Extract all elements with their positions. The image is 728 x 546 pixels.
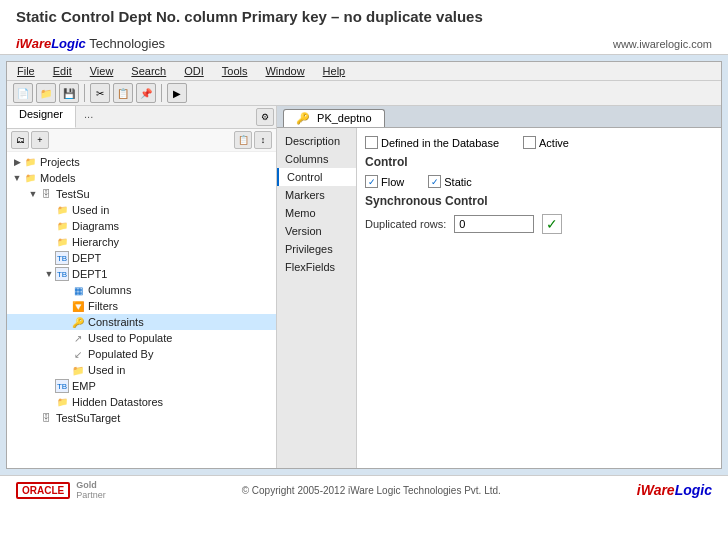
hidden-label: Hidden Datastores — [72, 396, 163, 408]
footer-right: iWareLogic — [637, 482, 712, 498]
flow-check[interactable]: Flow — [365, 175, 404, 188]
tree-arrow-testsu: ▼ — [27, 189, 39, 199]
nav-markers[interactable]: Markers — [277, 186, 356, 204]
active-checkbox[interactable] — [523, 136, 536, 149]
toolbar: 📄 📁 💾 ✂ 📋 📌 ▶ — [7, 81, 721, 106]
menu-edit[interactable]: Edit — [51, 64, 74, 78]
toolbar-btn-save[interactable]: 💾 — [59, 83, 79, 103]
tree-testsu[interactable]: ▼ 🗄 TestSu — [7, 186, 276, 202]
usedin3-icon: 📁 — [71, 363, 85, 377]
flow-label: Flow — [381, 176, 404, 188]
tab-designer[interactable]: Designer — [7, 106, 76, 128]
defined-in-db-checkbox[interactable] — [365, 136, 378, 149]
panel-toolbar-btn-1[interactable]: 🗂 — [11, 131, 29, 149]
props-nav: Description Columns Control Markers Memo… — [277, 128, 357, 468]
toolbar-btn-cut[interactable]: ✂ — [90, 83, 110, 103]
menu-view[interactable]: View — [88, 64, 116, 78]
panel-toolbar-btn-3[interactable]: 📋 — [234, 131, 252, 149]
tree-testsu-target[interactable]: 🗄 TestSuTarget — [7, 410, 276, 426]
panel-toolbar-btn-4[interactable]: ↕ — [254, 131, 272, 149]
tree-dept1[interactable]: ▼ TB DEPT1 — [7, 266, 276, 282]
tree-diagrams[interactable]: 📁 Diagrams — [7, 218, 276, 234]
usedin1-icon: 📁 — [55, 203, 69, 217]
tree-used-to-populate[interactable]: ↗ Used to Populate — [7, 330, 276, 346]
models-label: Models — [40, 172, 75, 184]
defined-in-db-label: Defined in the Database — [381, 137, 499, 149]
tree-projects[interactable]: ▶ 📁 Projects — [7, 154, 276, 170]
right-panel: 🔑 PK_deptno Description Columns Control … — [277, 106, 721, 468]
window-inner: File Edit View Search ODI Tools Window H… — [6, 61, 722, 469]
brand-logic: Logic — [51, 36, 86, 51]
menu-help[interactable]: Help — [321, 64, 348, 78]
nav-version[interactable]: Version — [277, 222, 356, 240]
dept-label: DEPT — [72, 252, 101, 264]
window-area: File Edit View Search ODI Tools Window H… — [0, 55, 728, 475]
tree-usedin-1[interactable]: 📁 Used in — [7, 202, 276, 218]
tree-hierarchy[interactable]: 📁 Hierarchy — [7, 234, 276, 250]
brand-bar: iWareLogic Technologies www.iwarelogic.c… — [0, 33, 728, 55]
right-tab-pk-deptno[interactable]: 🔑 PK_deptno — [283, 109, 385, 127]
nav-memo[interactable]: Memo — [277, 204, 356, 222]
panel-btn-1[interactable]: ⚙ — [256, 108, 274, 126]
dept1-label: DEPT1 — [72, 268, 107, 280]
filters-icon: 🔽 — [71, 299, 85, 313]
used-to-populate-icon: ↗ — [71, 331, 85, 345]
nav-control[interactable]: Control — [277, 168, 356, 186]
menu-search[interactable]: Search — [129, 64, 168, 78]
tree-constraints[interactable]: 🔑 Constraints — [7, 314, 276, 330]
tree-models[interactable]: ▼ 📁 Models — [7, 170, 276, 186]
active-label: Active — [539, 137, 569, 149]
tree-columns[interactable]: ▦ Columns — [7, 282, 276, 298]
menu-tools[interactable]: Tools — [220, 64, 250, 78]
tree-emp[interactable]: TB EMP — [7, 378, 276, 394]
right-tabs-bar: 🔑 PK_deptno — [277, 106, 721, 128]
static-check[interactable]: Static — [428, 175, 472, 188]
toolbar-btn-copy[interactable]: 📋 — [113, 83, 133, 103]
diagrams-icon: 📁 — [55, 219, 69, 233]
models-icon: 📁 — [23, 171, 37, 185]
usedin1-label: Used in — [72, 204, 109, 216]
dept1-icon: TB — [55, 267, 69, 281]
nav-flexfields[interactable]: FlexFields — [277, 258, 356, 276]
footer-left: ORACLE Gold Partner — [16, 480, 106, 500]
tree-hidden-datastores[interactable]: 📁 Hidden Datastores — [7, 394, 276, 410]
defined-in-db-check[interactable]: Defined in the Database — [365, 136, 499, 149]
toolbar-btn-paste[interactable]: 📌 — [136, 83, 156, 103]
content-area: Designer ... ⚙ 🗂 + 📋 ↕ ▶ — [7, 106, 721, 468]
menu-window[interactable]: Window — [263, 64, 306, 78]
columns-label: Columns — [88, 284, 131, 296]
populated-by-icon: ↙ — [71, 347, 85, 361]
tab-spacer — [101, 106, 254, 128]
menu-file[interactable]: File — [15, 64, 37, 78]
toolbar-btn-play[interactable]: ▶ — [167, 83, 187, 103]
nav-privileges[interactable]: Privileges — [277, 240, 356, 258]
static-checkbox[interactable] — [428, 175, 441, 188]
nav-columns[interactable]: Columns — [277, 150, 356, 168]
testsu-icon: 🗄 — [39, 187, 53, 201]
menu-odi[interactable]: ODI — [182, 64, 206, 78]
toolbar-sep-1 — [84, 84, 85, 102]
tree-usedin-3[interactable]: 📁 Used in — [7, 362, 276, 378]
tree-dept[interactable]: TB DEPT — [7, 250, 276, 266]
right-tab-label: PK_deptno — [317, 112, 371, 124]
dup-rows-row: Duplicated rows: ✓ — [365, 214, 713, 234]
active-check[interactable]: Active — [523, 136, 569, 149]
tab-extra[interactable]: ... — [76, 106, 101, 128]
tree-filters[interactable]: 🔽 Filters — [7, 298, 276, 314]
footer: ORACLE Gold Partner © Copyright 2005-201… — [0, 475, 728, 504]
tree-populated-by[interactable]: ↙ Populated By — [7, 346, 276, 362]
footer-copyright: © Copyright 2005-2012 iWare Logic Techno… — [242, 485, 501, 496]
flow-checkbox[interactable] — [365, 175, 378, 188]
apply-button[interactable]: ✓ — [542, 214, 562, 234]
nav-description[interactable]: Description — [277, 132, 356, 150]
filters-label: Filters — [88, 300, 118, 312]
footer-brand-iware: iWare — [637, 482, 675, 498]
testsu-target-label: TestSuTarget — [56, 412, 120, 424]
toolbar-btn-open[interactable]: 📁 — [36, 83, 56, 103]
footer-brand-logic: Logic — [675, 482, 712, 498]
control-section-title: Control — [365, 155, 713, 169]
populated-by-label: Populated By — [88, 348, 153, 360]
dup-rows-input[interactable] — [454, 215, 534, 233]
toolbar-btn-new[interactable]: 📄 — [13, 83, 33, 103]
panel-toolbar-btn-2[interactable]: + — [31, 131, 49, 149]
